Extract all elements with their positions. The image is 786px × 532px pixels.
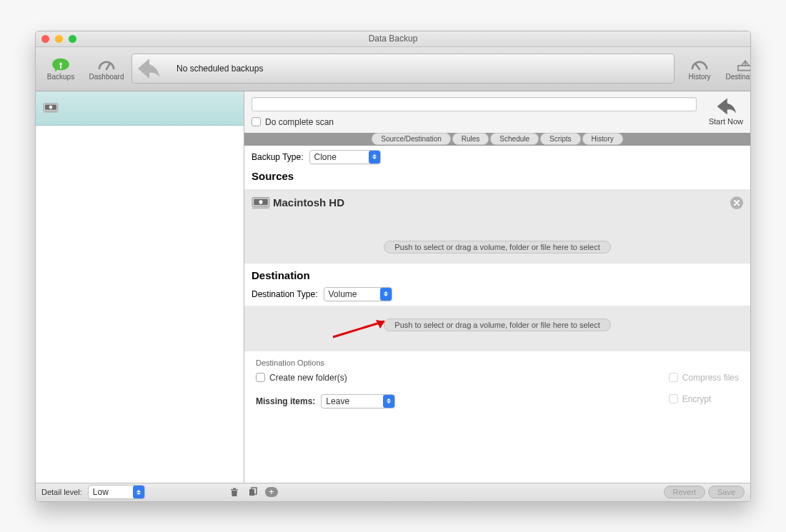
content: Do complete scan Start Now Source/Destin… [244, 91, 750, 483]
svg-rect-9 [252, 207, 269, 209]
destination-options: Destination Options Create new folder(s)… [244, 351, 750, 417]
toolbar-destinations[interactable]: Destinations [727, 57, 751, 81]
toolbar-backups[interactable]: Backups [43, 57, 79, 81]
schedule-banner: No scheduled backups [131, 54, 675, 84]
create-folder-checkbox[interactable] [256, 373, 265, 382]
window-controls [41, 35, 76, 43]
complete-scan-checkbox[interactable] [252, 117, 261, 126]
destination-type-select[interactable]: Volume [324, 287, 392, 301]
close-icon [733, 199, 740, 206]
copy-icon [248, 487, 258, 497]
missing-items-select[interactable]: Leave [321, 394, 395, 408]
internal-disk-icon [43, 101, 59, 114]
start-now-label: Start Now [709, 117, 743, 126]
tab-history[interactable]: History [582, 133, 623, 145]
destination-box: Push to select or drag a volume, folder … [244, 306, 750, 351]
encrypt-label: Encrypt [682, 394, 712, 404]
tab-scripts[interactable]: Scripts [540, 133, 581, 145]
minimize-icon[interactable] [55, 35, 63, 43]
banner-chevron-icon [131, 54, 171, 84]
zoom-icon[interactable] [69, 35, 76, 43]
backup-type-select[interactable]: Clone [309, 150, 381, 164]
chevron-updown-icon [380, 288, 392, 301]
trash-button[interactable] [228, 486, 241, 498]
trash-icon [229, 487, 239, 497]
revert-button[interactable]: Revert [664, 486, 705, 498]
window-title: Data Backup [369, 34, 418, 44]
create-folder-label: Create new folder(s) [269, 373, 347, 383]
start-now-button[interactable]: Start Now [709, 96, 743, 126]
tabs-strip: Source/Destination Rules Schedule Script… [244, 133, 750, 146]
detail-level-label: Detail level: [41, 488, 82, 496]
toolbar-history-label: History [688, 73, 710, 81]
toolbar-dashboard-label: Dashboard [89, 73, 124, 81]
remove-source-button[interactable] [730, 196, 743, 209]
missing-items-value: Leave [326, 396, 349, 406]
svg-line-3 [696, 64, 700, 69]
backup-type-label: Backup Type: [252, 152, 304, 162]
svg-point-0 [59, 62, 62, 65]
chevron-updown-icon [383, 395, 394, 408]
backup-name-input[interactable] [252, 97, 697, 111]
tab-schedule[interactable]: Schedule [490, 133, 539, 145]
toolbar-history[interactable]: History [682, 57, 717, 81]
sidebar [36, 91, 244, 483]
compress-label: Compress files [682, 373, 739, 383]
source-item-name: Macintosh HD [273, 196, 344, 209]
schedule-banner-text: No scheduled backups [176, 64, 263, 74]
tab-rules[interactable]: Rules [452, 133, 489, 145]
save-button[interactable]: Save [708, 486, 745, 498]
sidebar-item-disk[interactable] [36, 91, 244, 126]
toolbar-destinations-label: Destinations [725, 73, 751, 81]
toolbar-backups-label: Backups [47, 73, 74, 81]
titlebar: Data Backup [36, 31, 750, 47]
encrypt-checkbox [669, 394, 678, 403]
gauge-icon [690, 57, 710, 73]
detail-level-select[interactable]: Low [88, 485, 145, 499]
internal-disk-icon [252, 195, 270, 211]
backup-type-value: Clone [314, 152, 337, 162]
destination-heading: Destination [252, 268, 743, 284]
complete-scan-label: Do complete scan [265, 117, 334, 127]
tab-source-destination[interactable]: Source/Destination [372, 133, 451, 145]
svg-rect-1 [60, 65, 61, 68]
missing-items-label: Missing items: [256, 396, 315, 406]
destination-type-value: Volume [329, 289, 357, 299]
svg-rect-6 [44, 111, 58, 112]
sources-box: Macintosh HD Push to select or drag a vo… [244, 189, 750, 264]
chevron-updown-icon [369, 151, 380, 164]
toolbar: Backups Dashboard No scheduled backups [36, 47, 750, 91]
svg-line-2 [106, 63, 110, 69]
toolbar-dashboard[interactable]: Dashboard [89, 57, 124, 81]
dest-options-legend: Destination Options [256, 358, 739, 373]
add-button[interactable]: + [265, 486, 278, 498]
box-out-icon [735, 57, 751, 73]
destination-type-label: Destination Type: [252, 289, 318, 299]
sources-heading: Sources [252, 169, 743, 185]
compress-checkbox [669, 373, 678, 382]
close-icon[interactable] [41, 35, 49, 43]
app-window: Data Backup Backups Dashboard No schedu [35, 31, 751, 502]
gauge-icon [96, 57, 116, 73]
chevron-updown-icon [133, 486, 144, 498]
detail-level-value: Low [93, 487, 109, 497]
destination-dropzone[interactable]: Push to select or drag a volume, folder … [384, 318, 610, 331]
sources-dropzone[interactable]: Push to select or drag a volume, folder … [384, 241, 610, 254]
duplicate-button[interactable] [247, 486, 259, 498]
start-arrow-icon [713, 96, 739, 117]
bottom-bar: Detail level: Low + Revert Save [36, 483, 750, 501]
speech-bubble-icon [51, 57, 71, 73]
plus-icon: + [265, 487, 278, 497]
